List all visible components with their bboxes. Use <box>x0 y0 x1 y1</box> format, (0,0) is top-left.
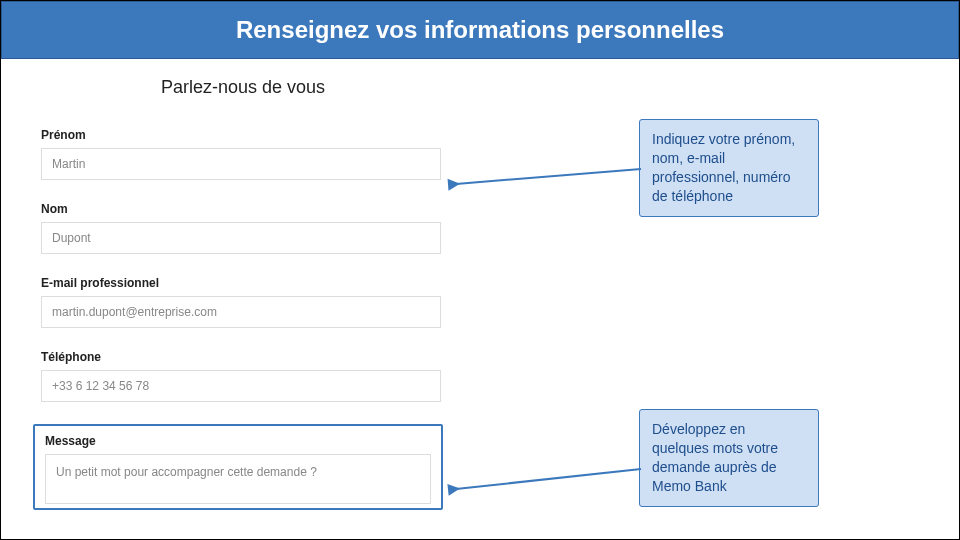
field-telephone: Téléphone +33 6 12 34 56 78 <box>41 350 441 402</box>
field-email: E-mail professionnel martin.dupont@entre… <box>41 276 441 328</box>
field-prenom: Prénom Martin <box>41 128 441 180</box>
value-telephone: +33 6 12 34 56 78 <box>52 379 149 393</box>
input-telephone[interactable]: +33 6 12 34 56 78 <box>41 370 441 402</box>
label-email: E-mail professionnel <box>41 276 441 290</box>
value-nom: Dupont <box>52 231 91 245</box>
field-nom: Nom Dupont <box>41 202 441 254</box>
input-nom[interactable]: Dupont <box>41 222 441 254</box>
value-prenom: Martin <box>52 157 85 171</box>
svg-line-0 <box>456 169 641 184</box>
label-telephone: Téléphone <box>41 350 441 364</box>
content-area: Parlez-nous de vous Prénom Martin Nom Du… <box>1 59 959 540</box>
field-message-highlight: Message Un petit mot pour accompagner ce… <box>33 424 443 510</box>
label-prenom: Prénom <box>41 128 441 142</box>
value-email: martin.dupont@entreprise.com <box>52 305 217 319</box>
page-subheading: Parlez-nous de vous <box>161 77 919 98</box>
input-message[interactable]: Un petit mot pour accompagner cette dema… <box>45 454 431 504</box>
arrow-icon <box>446 159 646 223</box>
banner: Renseignez vos informations personnelles <box>1 1 959 59</box>
label-nom: Nom <box>41 202 441 216</box>
personal-info-form: Prénom Martin Nom Dupont E-mail professi… <box>41 128 441 510</box>
callout-personal-fields-text: Indiquez votre prénom, nom, e-mail profe… <box>652 131 795 204</box>
banner-title: Renseignez vos informations personnelles <box>236 16 724 43</box>
callout-message-field: Développez en quelques mots votre demand… <box>639 409 819 507</box>
callout-message-field-text: Développez en quelques mots votre demand… <box>652 421 778 494</box>
label-message: Message <box>45 434 431 448</box>
placeholder-message: Un petit mot pour accompagner cette dema… <box>56 465 317 479</box>
input-email[interactable]: martin.dupont@entreprise.com <box>41 296 441 328</box>
callout-personal-fields: Indiquez votre prénom, nom, e-mail profe… <box>639 119 819 217</box>
input-prenom[interactable]: Martin <box>41 148 441 180</box>
arrow-icon <box>446 459 646 523</box>
svg-line-1 <box>456 469 641 489</box>
